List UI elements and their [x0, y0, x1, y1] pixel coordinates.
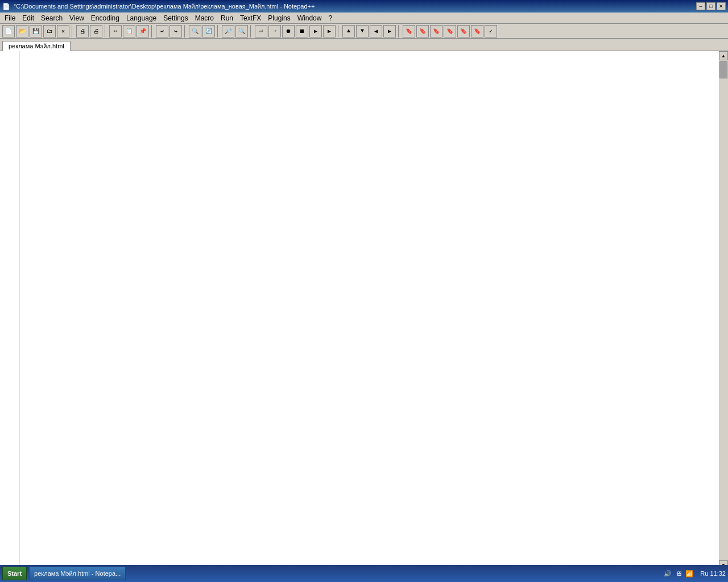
tb-cut[interactable]: ✂	[109, 25, 122, 38]
menu-macro[interactable]: Macro	[192, 13, 217, 23]
close-button[interactable]: ✕	[717, 2, 726, 10]
tb-wrap[interactable]: ⏎	[255, 25, 267, 38]
toolbar-sep-5	[217, 25, 220, 38]
tb-close[interactable]: ✕	[57, 25, 69, 38]
tb-undo[interactable]: ↩	[156, 25, 168, 38]
systray-icons: 🔊 🖥 📶	[664, 570, 693, 577]
tb-check[interactable]: ✓	[485, 25, 497, 38]
scroll-track	[719, 60, 728, 560]
tb-bookmark2[interactable]: 🔖	[416, 25, 429, 38]
tb-macro-stop[interactable]: ⏹	[296, 25, 308, 38]
systray: 🔊 🖥 📶 Ru 11:32	[664, 570, 726, 577]
minimize-button[interactable]: –	[696, 2, 705, 10]
tb-print[interactable]: 🖨	[76, 25, 89, 38]
toolbar-sep-8	[398, 25, 400, 38]
tb-paste[interactable]: 📌	[136, 25, 149, 38]
toolbar-sep-7	[338, 25, 340, 38]
taskbar-active-window[interactable]: реклама Мэйл.html - Notepa...	[29, 567, 126, 580]
taskbar: Start реклама Мэйл.html - Notepa... 🔊 🖥 …	[0, 565, 728, 582]
code-area[interactable]	[20, 51, 719, 569]
tb-bookmark4[interactable]: 🔖	[444, 25, 456, 38]
tb-open[interactable]: 📂	[16, 25, 28, 38]
scroll-up-btn[interactable]: ▲	[719, 51, 728, 60]
toolbar-sep-4	[184, 25, 187, 38]
tb-replace[interactable]: 🔄	[202, 25, 215, 38]
tb-save[interactable]: 💾	[30, 25, 42, 38]
menu-help[interactable]: ?	[325, 13, 336, 23]
tabs-bar: реклама Мэйл.html	[0, 39, 728, 51]
tb-run[interactable]: ▶	[323, 25, 336, 38]
toolbar-sep-6	[250, 25, 253, 38]
scroll-thumb[interactable]	[719, 61, 727, 78]
menu-run[interactable]: Run	[217, 13, 237, 23]
window-controls: – □ ✕	[696, 2, 726, 10]
tb-redo[interactable]: ↪	[169, 25, 182, 38]
tb-find[interactable]: 🔍	[189, 25, 201, 38]
toolbar-sep-1	[72, 25, 74, 38]
tb-copy[interactable]: 📋	[123, 25, 135, 38]
tb-indent[interactable]: →	[268, 25, 281, 38]
menu-encoding[interactable]: Encoding	[88, 13, 123, 23]
tb-macro-play[interactable]: ▶	[309, 25, 322, 38]
start-button[interactable]: Start	[2, 567, 27, 580]
menu-bar: File Edit Search View Encoding Language …	[0, 13, 728, 24]
tb-bookmark3[interactable]: 🔖	[430, 25, 442, 38]
tb-bookmark5[interactable]: 🔖	[457, 25, 470, 38]
tb-bookmark[interactable]: 🔖	[403, 25, 415, 38]
tb-new[interactable]: 📄	[2, 25, 15, 38]
menu-search[interactable]: Search	[38, 13, 66, 23]
editor-area: ▲ ▼	[0, 51, 728, 569]
line-numbers	[0, 51, 20, 569]
tb-macro-rec[interactable]: ⏺	[282, 25, 295, 38]
menu-textfx[interactable]: TextFX	[237, 13, 264, 23]
menu-window[interactable]: Window	[294, 13, 325, 23]
toolbar-sep-3	[151, 25, 154, 38]
tb-sort-asc[interactable]: ▲	[342, 25, 355, 38]
menu-language[interactable]: Language	[123, 13, 160, 23]
tb-bookmark6[interactable]: 🔖	[471, 25, 483, 38]
vertical-scrollbar[interactable]: ▲ ▼	[719, 51, 728, 569]
menu-plugins[interactable]: Plugins	[264, 13, 293, 23]
menu-view[interactable]: View	[66, 13, 88, 23]
toolbar: 📄 📂 💾 🗂 ✕ 🖨 🖨 ✂ 📋 📌 ↩ ↪ 🔍 🔄 🔎 🔍 ⏎ → ⏺ ⏹ …	[0, 24, 728, 39]
menu-file[interactable]: File	[1, 13, 19, 23]
tb-sort-r[interactable]: ▶	[383, 25, 396, 38]
toolbar-sep-2	[105, 25, 107, 38]
app-icon: 📄	[2, 3, 10, 10]
tab-main[interactable]: реклама Мэйл.html	[2, 41, 71, 51]
tb-sort-desc[interactable]: ▼	[356, 25, 369, 38]
tb-zoom-out[interactable]: 🔍	[235, 25, 248, 38]
title-bar: 📄 *C:\Documents and Settings\administrat…	[0, 0, 728, 13]
maximize-button[interactable]: □	[706, 2, 715, 10]
menu-edit[interactable]: Edit	[19, 13, 38, 23]
tb-zoom-in[interactable]: 🔎	[222, 25, 234, 38]
tb-print2[interactable]: 🖨	[90, 25, 102, 38]
title-text: *C:\Documents and Settings\administrator…	[14, 3, 696, 10]
tb-save-all[interactable]: 🗂	[43, 25, 56, 38]
tb-sort-l[interactable]: ◀	[370, 25, 382, 38]
menu-settings[interactable]: Settings	[160, 13, 191, 23]
clock: Ru 11:32	[700, 570, 726, 577]
